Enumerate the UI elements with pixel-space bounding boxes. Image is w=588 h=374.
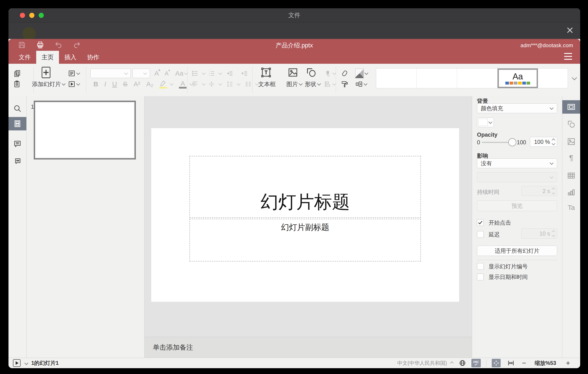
slide-canvas[interactable]: 幻灯片标题 幻灯片副标题 — [145, 96, 472, 337]
start-on-click-checkbox[interactable] — [477, 219, 484, 226]
opacity-spinner[interactable]: 100 % — [530, 137, 557, 147]
theme-thumbnail[interactable] — [538, 68, 568, 88]
add-slide-button[interactable] — [41, 68, 51, 77]
zoom-in-button[interactable]: + — [566, 360, 570, 367]
font-name-combo[interactable] — [91, 69, 131, 78]
clear-style-button[interactable] — [341, 69, 348, 78]
strikethrough-button[interactable]: S — [123, 80, 127, 88]
insert-image-label[interactable]: 图片 — [286, 79, 303, 89]
paragraph-settings-button[interactable]: ¶ — [562, 151, 580, 165]
delay-spinner[interactable]: 10 s — [521, 228, 557, 239]
increase-indent-button[interactable] — [241, 70, 248, 77]
bullets-button[interactable] — [191, 70, 199, 77]
subscript-button[interactable]: A₂ — [146, 80, 154, 88]
globe-icon — [459, 360, 466, 367]
textbox-button[interactable] — [261, 67, 272, 78]
comments-button[interactable] — [9, 137, 26, 151]
tab-collaboration[interactable]: 协作 — [82, 51, 105, 64]
slide-thumbnail-1[interactable] — [34, 101, 136, 159]
vertical-align-button[interactable] — [208, 80, 215, 88]
textart-settings-button[interactable]: Ta — [562, 201, 580, 214]
language-label[interactable]: 中文(中华人民共和国) — [397, 360, 447, 367]
arrange-shape-button[interactable] — [324, 69, 336, 78]
add-slide-label[interactable]: 添加幻灯片 — [32, 79, 65, 89]
align-shape-button[interactable] — [324, 79, 336, 89]
theme-thumbnail-selected[interactable]: Aa — [497, 68, 538, 88]
apply-to-all-slides-button[interactable]: 适用于所有幻灯片 — [477, 246, 557, 256]
theme-colors-button[interactable] — [355, 69, 368, 78]
search-button[interactable] — [9, 102, 26, 115]
slide-title-text[interactable]: 幻灯片标题 — [261, 190, 350, 214]
underline-button[interactable]: U — [112, 80, 117, 88]
superscript-button[interactable]: A² — [134, 80, 140, 88]
chat-button[interactable] — [9, 154, 26, 168]
subtitle-placeholder[interactable]: 幻灯片副标题 — [189, 219, 421, 262]
delay-checkbox[interactable] — [477, 231, 484, 238]
theme-thumbnail[interactable] — [457, 68, 497, 88]
document-language-button[interactable] — [459, 360, 466, 367]
start-slideshow-button[interactable] — [68, 79, 80, 89]
chart-settings-button[interactable] — [562, 186, 580, 199]
theme-thumbnail[interactable] — [376, 68, 417, 88]
decrease-font-button[interactable]: A▼ — [165, 70, 168, 77]
highlight-color-button[interactable] — [159, 80, 167, 88]
chevron-down-icon[interactable] — [25, 361, 28, 365]
show-slide-number-checkbox[interactable] — [477, 263, 484, 270]
opacity-slider[interactable]: 0 100 — [477, 137, 526, 147]
start-slideshow-status-button[interactable] — [13, 359, 21, 367]
slide-page[interactable]: 幻灯片标题 幻灯片副标题 — [151, 128, 459, 302]
font-color-button[interactable]: A — [179, 80, 186, 88]
tab-file[interactable]: 文件 — [13, 51, 36, 64]
duration-spinner[interactable]: 2 s — [521, 186, 557, 196]
slide-subtitle-text[interactable]: 幻灯片副标题 — [281, 222, 329, 233]
slider-thumb[interactable] — [508, 138, 516, 146]
increase-font-button[interactable]: A▲ — [154, 70, 159, 77]
insert-shape-label[interactable]: 形状 — [305, 79, 321, 89]
italic-button[interactable]: I — [104, 80, 106, 88]
theme-gallery-expand-button[interactable] — [568, 68, 580, 88]
title-placeholder[interactable]: 幻灯片标题 — [189, 156, 421, 218]
fill-color-swatch-button[interactable] — [477, 117, 494, 127]
window-title: 文件 — [9, 8, 580, 22]
image-settings-button[interactable] — [562, 135, 580, 148]
bold-button[interactable]: B — [93, 80, 98, 88]
change-case-button[interactable]: Aa — [175, 70, 183, 77]
shape-settings-button[interactable] — [562, 117, 580, 131]
slides-panel-button[interactable] — [9, 117, 26, 130]
insert-image-button[interactable] — [287, 67, 298, 78]
columns-button[interactable] — [244, 80, 252, 88]
numbering-button[interactable] — [208, 70, 215, 77]
spellcheck-button[interactable]: ABC — [471, 359, 481, 367]
copy-button[interactable] — [13, 69, 21, 78]
preview-button[interactable]: 预览 — [477, 200, 557, 211]
fit-to-width-button[interactable] — [507, 360, 514, 367]
menu-icon[interactable] — [564, 53, 572, 60]
paste-button[interactable] — [13, 79, 21, 89]
fit-to-slide-button[interactable] — [492, 359, 501, 367]
effect-select[interactable]: 没有 — [477, 158, 557, 168]
notes-area[interactable]: 单击添加备注 — [145, 337, 472, 358]
effect-option-select[interactable] — [477, 172, 557, 182]
zoom-out-button[interactable]: − — [522, 360, 526, 367]
table-settings-button[interactable] — [562, 169, 580, 182]
horizontal-align-button[interactable] — [191, 80, 199, 88]
slide-size-button[interactable] — [355, 79, 367, 89]
tab-home[interactable]: 主页 — [36, 51, 59, 64]
slide-layout-button[interactable] — [68, 69, 80, 78]
line-spacing-button[interactable] — [226, 80, 234, 88]
theme-thumbnail[interactable] — [417, 68, 457, 88]
font-size-combo[interactable] — [133, 69, 150, 78]
slide-settings-button[interactable] — [562, 100, 580, 114]
fill-type-select[interactable]: 颜色填充 — [477, 103, 557, 113]
language-chevron-icon[interactable] — [450, 361, 453, 365]
insert-shape-button[interactable] — [306, 67, 317, 78]
close-icon[interactable] — [565, 25, 575, 35]
show-date-time-checkbox[interactable] — [477, 274, 484, 280]
slider-track[interactable] — [482, 142, 509, 143]
start-on-click-row: 开始点击 — [477, 219, 511, 226]
notes-placeholder[interactable]: 单击添加备注 — [153, 343, 193, 352]
copy-style-button[interactable] — [341, 79, 348, 89]
tab-insert[interactable]: 插入 — [59, 51, 82, 64]
textbox-label[interactable]: 文本框 — [258, 79, 276, 89]
decrease-indent-button[interactable] — [226, 70, 234, 77]
